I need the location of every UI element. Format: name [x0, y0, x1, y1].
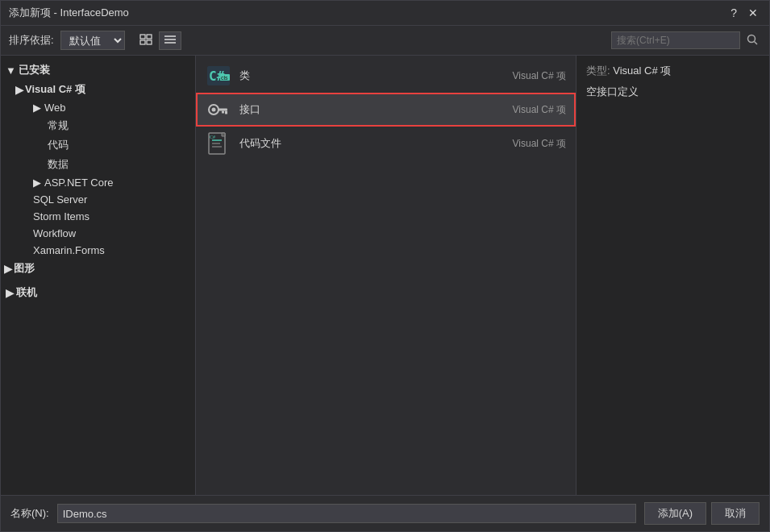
web-arrow: ▶ — [33, 102, 41, 114]
machine-label: 联机 — [16, 285, 37, 300]
interface-icon — [206, 97, 231, 123]
list-item-interface[interactable]: 接口 Visual C# 项 — [196, 93, 576, 127]
sidebar-item-web[interactable]: ▶ Web — [23, 99, 195, 116]
add-button[interactable]: 添加(A) — [644, 502, 706, 525]
codefile-item-type: Visual C# 项 — [485, 137, 566, 151]
stormitems-label: Storm Items — [33, 210, 89, 222]
dialog-title: 添加新项 - InterfaceDemo — [9, 6, 129, 20]
sidebar-item-aspnet[interactable]: ▶ ASP.NET Core — [23, 174, 195, 191]
sidebar-installed-header[interactable]: ▼ 已安装 — [1, 60, 195, 80]
footer: 名称(N): 添加(A) 取消 — [1, 495, 769, 531]
codefile-item-name: 代码文件 — [239, 136, 477, 151]
search-button[interactable] — [743, 34, 761, 48]
list-icon — [164, 34, 177, 45]
interface-item-name: 接口 — [239, 102, 477, 117]
help-button[interactable]: ? — [727, 7, 740, 19]
svg-text:cls: cls — [221, 75, 228, 81]
title-controls: ? ✕ — [727, 7, 761, 19]
aspnet-arrow: ▶ — [33, 177, 41, 189]
svg-rect-16 — [225, 111, 227, 114]
filename-input[interactable] — [57, 504, 636, 523]
list-item-codefile[interactable]: C# 代码文件 Visual C# 项 — [196, 127, 576, 160]
svg-rect-0 — [140, 35, 145, 39]
close-button[interactable]: ✕ — [745, 7, 761, 19]
sort-select[interactable]: 默认值 — [60, 31, 125, 50]
grid-icon — [139, 34, 152, 45]
svg-rect-15 — [218, 109, 227, 111]
desc-value: 空接口定义 — [586, 85, 639, 98]
graphics-arrow: ▶ — [4, 263, 12, 275]
sidebar-item-normal[interactable]: 常规 — [23, 116, 195, 135]
sidebar-item-stormitems[interactable]: Storm Items — [23, 208, 195, 225]
csharp-arrow: ▶ — [15, 84, 23, 96]
sidebar-csharp-children: ▶ Web 常规 代码 数据 ▶ ASP.NET Core — [12, 99, 195, 259]
toolbar: 排序依据: 默认值 — [1, 26, 769, 56]
svg-rect-1 — [147, 35, 152, 39]
code-label: 代码 — [48, 138, 69, 152]
xamarinforms-label: Xamarin.Forms — [33, 244, 105, 256]
content-area: ▼ 已安装 ▶ Visual C# 项 ▶ Web 常规 — [1, 56, 769, 495]
svg-rect-17 — [222, 111, 224, 114]
title-bar: 添加新项 - InterfaceDemo ? ✕ — [1, 1, 769, 26]
sidebar-item-code[interactable]: 代码 — [23, 135, 195, 155]
workflow-label: Workflow — [33, 227, 76, 239]
class-icon: C# cls — [206, 63, 231, 89]
machine-arrow: ▶ — [6, 287, 14, 299]
data-label: 数据 — [48, 157, 69, 172]
svg-rect-3 — [147, 40, 152, 44]
right-panel-type-row: 类型: Visual C# 项 — [586, 64, 760, 78]
cancel-button[interactable]: 取消 — [711, 502, 760, 525]
graphics-label: 图形 — [14, 261, 35, 276]
svg-text:C#: C# — [210, 135, 215, 139]
class-item-type: Visual C# 项 — [485, 69, 566, 83]
web-label: Web — [44, 102, 66, 114]
csharp-label: Visual C# 项 — [25, 82, 85, 97]
type-label: 类型: — [586, 64, 610, 77]
right-panel-desc-row: 空接口定义 — [586, 85, 760, 99]
svg-point-14 — [212, 108, 216, 112]
search-area — [611, 31, 761, 49]
sidebar: ▼ 已安装 ▶ Visual C# 项 ▶ Web 常规 — [1, 56, 196, 495]
svg-rect-2 — [140, 40, 145, 44]
right-panel: 类型: Visual C# 项 空接口定义 — [576, 56, 769, 495]
search-input[interactable] — [611, 31, 740, 49]
view-icons — [135, 31, 181, 50]
sidebar-item-sqlserver[interactable]: SQL Server — [23, 191, 195, 208]
installed-arrow: ▼ — [6, 64, 16, 77]
grid-view-button[interactable] — [135, 31, 157, 50]
normal-label: 常规 — [48, 118, 69, 133]
svg-point-7 — [748, 35, 755, 42]
sidebar-csharp-section: ▶ Visual C# 项 ▶ Web 常规 代码 数据 — [1, 80, 195, 259]
codefile-icon: C# — [206, 131, 231, 156]
aspnet-label: ASP.NET Core — [44, 177, 114, 189]
main-area: C# cls 类 Visual C# 项 — [196, 56, 576, 495]
installed-label: 已安装 — [19, 63, 50, 77]
class-item-name: 类 — [239, 69, 477, 83]
name-label: 名称(N): — [10, 506, 49, 521]
sidebar-machine-header[interactable]: ▶ 联机 — [1, 283, 195, 302]
sidebar-csharp-header[interactable]: ▶ Visual C# 项 — [12, 80, 195, 99]
list-view-button[interactable] — [159, 31, 181, 50]
sidebar-graphics-header[interactable]: ▶ 图形 — [1, 259, 195, 278]
type-value: Visual C# 项 — [613, 64, 671, 77]
footer-buttons: 添加(A) 取消 — [644, 502, 760, 525]
sort-label: 排序依据: — [9, 33, 54, 48]
dialog: 添加新项 - InterfaceDemo ? ✕ 排序依据: 默认值 — [0, 0, 770, 532]
sidebar-item-data[interactable]: 数据 — [23, 155, 195, 174]
search-icon — [747, 34, 758, 45]
sidebar-item-xamarinforms[interactable]: Xamarin.Forms — [23, 242, 195, 259]
sidebar-item-workflow[interactable]: Workflow — [23, 225, 195, 242]
interface-item-type: Visual C# 项 — [485, 103, 566, 117]
list-item-class[interactable]: C# cls 类 Visual C# 项 — [196, 59, 576, 93]
items-list: C# cls 类 Visual C# 项 — [196, 56, 576, 495]
svg-line-8 — [755, 41, 758, 44]
sqlserver-label: SQL Server — [33, 193, 87, 206]
